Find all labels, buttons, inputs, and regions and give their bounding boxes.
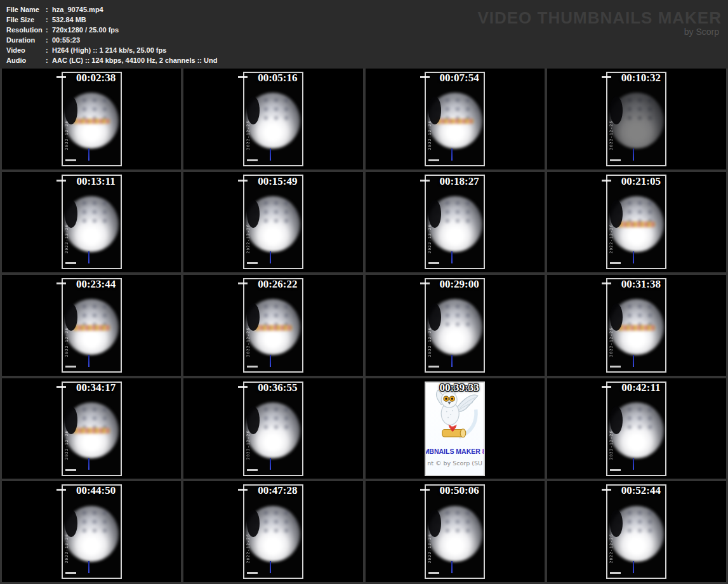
fisheye-room-scene: 2022-12-26 [607, 383, 665, 475]
thumbnail-cell: 2022-12-26 00:18:27 [366, 172, 545, 273]
video-site-watermark-top [420, 76, 430, 78]
video-site-watermark [428, 366, 439, 368]
video-site-watermark-top [238, 76, 248, 78]
cctv-date-overlay: 2022-12-26 [427, 534, 432, 563]
cctv-date-overlay: 2022-12-26 [609, 534, 613, 563]
cctv-date-overlay: 2022-12-26 [64, 224, 69, 253]
video-site-watermark [610, 572, 621, 574]
blue-timeline-mark [270, 458, 271, 470]
fisheye-room-scene: 2022-12-26 [63, 383, 121, 475]
timestamp-overlay: 00:26:22 [258, 278, 297, 291]
meta-label: Video [6, 45, 46, 55]
meta-separator: : [46, 55, 52, 65]
cctv-date-overlay: 2022-12-26 [64, 430, 69, 460]
video-site-watermark [65, 366, 76, 368]
thumbnail-cell: 2022-12-26 00:47:28 [183, 481, 362, 582]
video-thumbnail: MBNAILS MAKER 8 nt © by Scorp (SU [425, 382, 485, 476]
video-site-watermark-top [56, 282, 66, 284]
blue-timeline-mark [88, 355, 89, 367]
thumbnail-cell: 2022-12-26 00:13:11 [2, 172, 181, 273]
thumbnail-cell: 2022-12-26 00:31:38 [547, 275, 726, 376]
timestamp-overlay: 00:18:27 [439, 175, 479, 188]
video-site-watermark-top [56, 76, 66, 78]
video-site-watermark-top [602, 386, 611, 388]
timestamp-overlay: 00:42:11 [621, 382, 660, 394]
file-size-value: 532.84 MB [52, 15, 86, 25]
thumbnail-cell: 2022-12-26 00:15:49 [183, 172, 362, 273]
video-site-watermark-top [238, 386, 248, 388]
headboard-band [73, 428, 110, 434]
fisheye-room-scene: 2022-12-26 [63, 486, 121, 578]
thumbnail-cell: 2022-12-26 00:36:55 [183, 378, 362, 479]
meta-row-filename: File Name : hza_90745.mp4 [6, 4, 217, 15]
video-thumbnail: 2022-12-26 [606, 484, 666, 579]
blue-timeline-mark [88, 251, 89, 263]
meta-label: Audio [6, 55, 46, 65]
meta-label: Resolution [6, 25, 46, 35]
audio-codec-value: AAC (LC) :: 124 kbps, 44100 Hz, 2 channe… [52, 55, 217, 65]
video-thumbnail: 2022-12-26 [425, 484, 485, 579]
fisheye-room-scene: 2022-12-26 [63, 176, 121, 268]
video-site-watermark [247, 572, 258, 574]
meta-label: Duration [6, 35, 46, 45]
video-site-watermark [610, 366, 621, 368]
meta-row-resolution: Resolution : 720x1280 / 25.00 fps [6, 25, 217, 35]
video-thumbnail: 2022-12-26 [243, 484, 303, 579]
room-shadow [610, 510, 623, 538]
thumbnail-cell: 2022-12-26 00:07:54 [366, 69, 545, 169]
video-thumbnail: 2022-12-26 [243, 175, 303, 269]
resolution-value: 720x1280 / 25.00 fps [52, 25, 119, 35]
cctv-date-overlay: 2022-12-26 [427, 224, 432, 253]
blue-timeline-mark [88, 458, 89, 470]
video-site-watermark [65, 262, 76, 264]
fisheye-room-scene: 2022-12-26 [426, 176, 484, 268]
cctv-date-overlay: 2022-12-26 [609, 328, 613, 357]
timestamp-overlay: 00:23:44 [76, 278, 116, 291]
meta-separator: : [46, 35, 52, 45]
meta-separator: : [46, 4, 52, 15]
video-thumbnail: 2022-12-26 [425, 72, 485, 166]
timestamp-overlay: 00:15:49 [258, 175, 297, 188]
timestamp-overlay: 00:05:16 [258, 72, 297, 84]
video-site-watermark [65, 572, 76, 574]
fisheye-room-scene: 2022-12-26 [607, 279, 665, 371]
blue-timeline-mark [88, 149, 89, 161]
video-thumbnail: 2022-12-26 [62, 278, 122, 373]
video-site-watermark-top [238, 489, 248, 491]
blue-timeline-mark [270, 251, 271, 263]
blue-timeline-mark [633, 251, 634, 263]
maker-caption-line1: MBNAILS MAKER 8 [426, 448, 484, 455]
video-site-watermark-top [56, 386, 66, 388]
video-thumbnail: 2022-12-26 [243, 278, 303, 373]
headboard-band [73, 119, 110, 124]
file-metadata: File Name : hza_90745.mp4 File Size : 53… [6, 4, 217, 65]
video-site-watermark [428, 262, 439, 264]
fisheye-room-scene: 2022-12-26 [426, 73, 484, 165]
duration-value: 00:55:23 [52, 35, 80, 45]
meta-separator: : [46, 45, 52, 55]
room-shadow [428, 303, 441, 331]
fisheye-room-scene: 2022-12-26 [426, 486, 484, 578]
video-site-watermark [610, 159, 621, 161]
timestamp-overlay: 00:47:28 [258, 484, 297, 497]
headboard-band [618, 222, 655, 227]
maker-caption-line2: nt © by Scorp (SU [427, 460, 482, 467]
video-site-watermark-top [602, 489, 611, 491]
fisheye-room-scene: 2022-12-26 [244, 486, 302, 578]
cctv-date-overlay: 2022-12-26 [246, 534, 250, 563]
meta-separator: : [46, 25, 52, 35]
blue-timeline-mark [451, 561, 453, 573]
video-site-watermark [247, 366, 258, 368]
thumbnail-cell: 2022-12-26 00:10:32 [547, 69, 726, 169]
timestamp-overlay: 00:34:17 [76, 382, 116, 394]
video-site-watermark-top [602, 180, 611, 182]
fisheye-room-scene: 2022-12-26 [607, 176, 665, 268]
fisheye-room-scene: 2022-12-26 [607, 486, 665, 578]
blue-timeline-mark [270, 149, 271, 161]
headboard-band [436, 119, 473, 124]
vtm-logo: VIDEO THUMBNAILS MAKER by Scorp [477, 9, 722, 37]
cctv-date-overlay: 2022-12-26 [246, 121, 250, 150]
thumbnail-cell: 2022-12-26 00:42:11 [547, 378, 726, 479]
thumbnail-cell: 2022-12-26 00:29:00 [366, 275, 545, 376]
cctv-date-overlay: 2022-12-26 [609, 430, 613, 460]
